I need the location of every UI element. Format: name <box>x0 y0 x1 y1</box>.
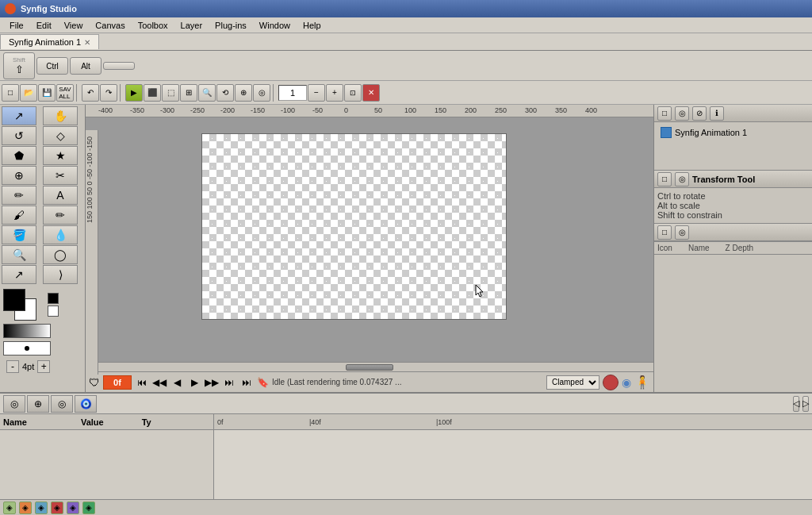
clamped-select[interactable]: Clamped <box>546 375 599 390</box>
footer-icon-4[interactable]: ◈ <box>51 502 63 514</box>
panel-icon-1[interactable]: □ <box>657 106 672 121</box>
prev-keyframe-button[interactable]: ◀◀ <box>152 375 167 390</box>
render-button[interactable]: ▶ <box>125 84 143 102</box>
next-frame-button[interactable]: ▶▶ <box>205 375 219 390</box>
footer-icon-3[interactable]: ◈ <box>35 502 48 514</box>
zoom-out[interactable]: − <box>308 84 325 102</box>
menu-item-toolbox[interactable]: Toolbox <box>132 19 174 32</box>
tab-label: Synfig Animation 1 <box>9 37 81 47</box>
point-swatch[interactable] <box>3 341 51 356</box>
tool-eyedrop[interactable]: 💧 <box>43 225 78 244</box>
waypoint-icon[interactable]: 🔖 <box>257 377 269 388</box>
tool-move[interactable]: ↗ <box>2 265 36 284</box>
tool-text[interactable]: A <box>43 186 78 205</box>
save-all-button[interactable]: SAVALL <box>56 84 74 102</box>
tool-cut[interactable]: ✂ <box>43 166 78 185</box>
size-increase-button[interactable]: + <box>37 360 50 373</box>
open-button[interactable]: 📂 <box>20 84 37 102</box>
panel-icon-4[interactable]: ℹ <box>710 106 724 121</box>
menu-item-edit[interactable]: Edit <box>30 19 58 32</box>
play-button[interactable]: ▶ <box>187 375 201 390</box>
zoom-input[interactable] <box>278 85 307 101</box>
gradient-swatch[interactable] <box>3 324 51 338</box>
lock-icon[interactable]: 🛡 <box>89 376 100 389</box>
record-animate-button[interactable] <box>603 375 619 390</box>
prev-frame-button[interactable]: ◀ <box>170 375 184 390</box>
redo-button[interactable]: ↷ <box>100 84 117 102</box>
tool1[interactable]: ⬚ <box>162 84 179 102</box>
layer-item[interactable]: Synfig Animation 1 <box>657 125 809 140</box>
man-icon[interactable]: 🧍 <box>634 375 650 390</box>
tool-node[interactable]: ⟩ <box>43 265 78 284</box>
tool-fill[interactable]: 🪣 <box>2 225 36 244</box>
timeline-tab-2[interactable]: ⊕ <box>27 395 49 413</box>
hscroll-thumb[interactable] <box>346 364 393 371</box>
footer-icon-2[interactable]: ◈ <box>19 502 32 514</box>
menu-item-plug-ins[interactable]: Plug-ins <box>209 19 253 32</box>
col-icon-2[interactable]: ◎ <box>675 225 689 240</box>
frame-input[interactable] <box>103 375 132 390</box>
menu-item-canvas[interactable]: Canvas <box>89 19 131 32</box>
panel-icon-3[interactable]: ⊘ <box>692 106 707 121</box>
panel-icon-2[interactable]: ◎ <box>675 106 689 121</box>
tab-close-button[interactable]: ✕ <box>84 38 90 47</box>
tool-hand[interactable]: ✋ <box>43 106 78 125</box>
zoom-in[interactable]: + <box>326 84 343 102</box>
footer-icon-1[interactable]: ◈ <box>3 502 16 514</box>
zoom-fit[interactable]: ⊡ <box>344 84 362 102</box>
tool-zoom[interactable]: 🔍 <box>2 245 36 264</box>
tool-circle[interactable]: ⊕ <box>2 166 36 185</box>
tool-pencil[interactable]: ✏ <box>2 186 36 205</box>
tl-scroll-btn[interactable]: ◁ <box>793 396 799 412</box>
tab-synfig-animation[interactable]: Synfig Animation 1 ✕ <box>0 34 99 49</box>
size-decrease-button[interactable]: - <box>6 360 19 373</box>
small-fg-swatch[interactable] <box>48 293 59 304</box>
zoom-100[interactable]: ✕ <box>362 84 380 102</box>
animate-icon[interactable]: ◉ <box>622 376 631 389</box>
tool4[interactable]: ⟲ <box>216 84 234 102</box>
tool-feather[interactable]: ◯ <box>43 245 78 264</box>
go-end-button[interactable]: ⏭ <box>239 375 254 390</box>
tool-transform[interactable]: ↗ <box>2 106 36 125</box>
tool-rotate[interactable]: ↺ <box>2 126 36 145</box>
ctrl-key[interactable]: Ctrl <box>36 57 68 75</box>
stop-button[interactable]: ⬛ <box>144 84 161 102</box>
tool-polygon[interactable]: ⬟ <box>2 146 36 165</box>
timeline-tracks[interactable] <box>214 430 812 499</box>
save-button[interactable]: 💾 <box>38 84 56 102</box>
transform-icon-1[interactable]: □ <box>657 172 672 186</box>
menu-item-layer[interactable]: Layer <box>174 19 209 32</box>
tool5[interactable]: ⊕ <box>235 84 252 102</box>
new-button[interactable]: □ <box>2 84 19 102</box>
canvas-viewport[interactable] <box>98 117 653 362</box>
col-icon-1[interactable]: □ <box>657 225 672 240</box>
canvas-hscroll[interactable] <box>86 362 653 371</box>
next-keyframe-button[interactable]: ⏭ <box>222 375 236 390</box>
tl-scroll-btn-2[interactable]: ▷ <box>802 396 809 412</box>
footer-icon-5[interactable]: ◈ <box>67 502 79 514</box>
menu-item-view[interactable]: View <box>58 19 90 32</box>
tool2[interactable]: ⊞ <box>180 84 197 102</box>
timeline-tab-3[interactable]: ◎ <box>51 395 73 413</box>
empty-key[interactable] <box>103 62 135 70</box>
menu-item-help[interactable]: Help <box>297 19 327 32</box>
timeline-tab-4[interactable]: 🧿 <box>75 395 97 413</box>
small-bg-swatch[interactable] <box>48 306 59 317</box>
menu-item-file[interactable]: File <box>3 19 30 32</box>
undo-button[interactable]: ↶ <box>82 84 99 102</box>
tool-diamond[interactable]: ◇ <box>43 126 78 145</box>
hint-ctrl: Ctrl to rotate <box>657 191 809 201</box>
foreground-color-swatch[interactable] <box>3 289 25 311</box>
go-start-button[interactable]: ⏮ <box>135 375 149 390</box>
footer-icon-6[interactable]: ◈ <box>82 502 95 514</box>
tool-draw[interactable]: ✏ <box>43 206 78 225</box>
tool-brush[interactable]: 🖌 <box>2 206 36 225</box>
transform-icon-2[interactable]: ◎ <box>675 172 689 186</box>
timeline-tab-1[interactable]: ◎ <box>3 395 25 413</box>
alt-key[interactable]: Alt <box>70 57 102 75</box>
tool3[interactable]: 🔍 <box>198 84 216 102</box>
tool6[interactable]: ◎ <box>253 84 270 102</box>
tool-star[interactable]: ★ <box>43 146 78 165</box>
menu-item-window[interactable]: Window <box>253 19 297 32</box>
shift-key[interactable]: Shift ⇧ <box>3 52 35 79</box>
